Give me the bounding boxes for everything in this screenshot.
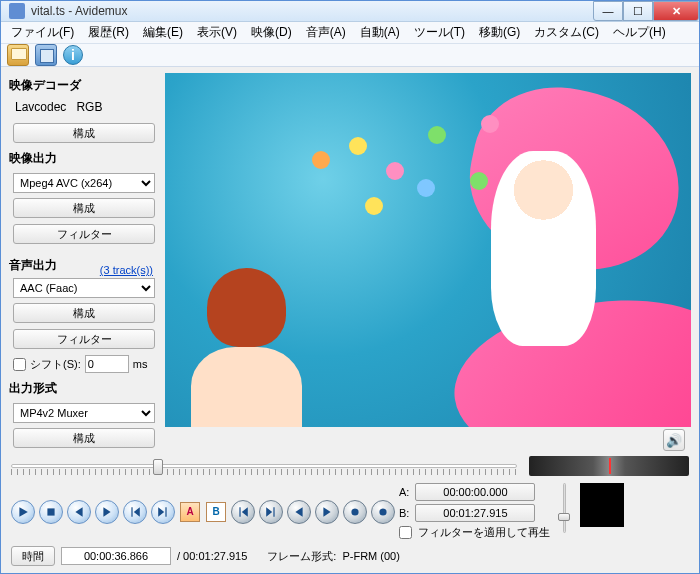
menu-video[interactable]: 映像(D)	[245, 22, 298, 43]
marker-a-label: A:	[399, 486, 409, 498]
menu-view[interactable]: 表示(V)	[191, 22, 243, 43]
audio-tracks-link[interactable]: (3 track(s))	[100, 264, 153, 276]
video-codec-select[interactable]: Mpeg4 AVC (x264)	[13, 173, 155, 193]
goto-end-button[interactable]	[259, 500, 283, 524]
timeline-slider[interactable]	[11, 455, 517, 477]
total-time: / 00:01:27.915	[177, 550, 247, 562]
marker-a-time[interactable]: 00:00:00.000	[415, 483, 535, 501]
time-button[interactable]: 時間	[11, 546, 55, 566]
maximize-button[interactable]: ☐	[623, 1, 653, 21]
decoder-colorspace: RGB	[76, 100, 102, 114]
goto-start-button[interactable]	[231, 500, 255, 524]
titlebar: vital.ts - Avidemux — ☐ ✕	[1, 1, 699, 22]
decoder-configure-button[interactable]: 構成	[13, 123, 155, 143]
audio-configure-button[interactable]: 構成	[13, 303, 155, 323]
frame-type-value: P-FRM (00)	[342, 550, 399, 562]
menu-history[interactable]: 履歴(R)	[82, 22, 135, 43]
decoder-name: Lavcodec	[15, 100, 66, 114]
audio-codec-select[interactable]: AAC (Faac)	[13, 278, 155, 298]
marker-b-label: B:	[399, 507, 409, 519]
nav-strip[interactable]	[529, 456, 689, 476]
bottom-panel: A B A: 00:00:00.000 B: 00:01:27.915	[1, 453, 699, 574]
menubar: ファイル(F) 履歴(R) 編集(E) 表示(V) 映像(D) 音声(A) 自動…	[1, 22, 699, 44]
apply-filter-playback-label: フィルターを適用して再生	[418, 525, 550, 540]
prev-keyframe-button[interactable]	[123, 500, 147, 524]
menu-custom[interactable]: カスタム(C)	[528, 22, 605, 43]
video-decoder-label: 映像デコーダ	[9, 77, 159, 94]
marker-b-time[interactable]: 00:01:27.915	[415, 504, 535, 522]
save-file-button[interactable]	[35, 44, 57, 66]
next-keyframe-button[interactable]	[151, 500, 175, 524]
prev-frame-button[interactable]	[67, 500, 91, 524]
muxer-configure-button[interactable]: 構成	[13, 428, 155, 448]
menu-edit[interactable]: 編集(E)	[137, 22, 189, 43]
audio-meter	[580, 483, 624, 527]
video-configure-button[interactable]: 構成	[13, 198, 155, 218]
prev-black-frame-button[interactable]	[343, 500, 367, 524]
info-button[interactable]: i	[63, 45, 83, 65]
current-time-input[interactable]	[61, 547, 171, 565]
set-marker-b-button[interactable]: B	[206, 502, 226, 522]
app-window: vital.ts - Avidemux — ☐ ✕ ファイル(F) 履歴(R) …	[0, 0, 700, 574]
set-marker-a-button[interactable]: A	[180, 502, 200, 522]
video-preview	[165, 73, 691, 427]
menu-help[interactable]: ヘルプ(H)	[607, 22, 672, 43]
muxer-select[interactable]: MP4v2 Muxer	[13, 403, 155, 423]
goto-marker-b-button[interactable]	[315, 500, 339, 524]
shift-value-input[interactable]	[85, 355, 129, 373]
toolbar: i	[1, 44, 699, 67]
shift-unit: ms	[133, 358, 148, 370]
app-icon	[9, 3, 25, 19]
svg-rect-0	[47, 508, 54, 515]
audio-output-label: 音声出力	[9, 257, 57, 274]
close-button[interactable]: ✕	[653, 1, 699, 21]
menu-go[interactable]: 移動(G)	[473, 22, 526, 43]
next-black-frame-button[interactable]	[371, 500, 395, 524]
menu-tools[interactable]: ツール(T)	[408, 22, 471, 43]
shift-checkbox[interactable]	[13, 358, 26, 371]
video-filter-button[interactable]: フィルター	[13, 224, 155, 244]
stop-button[interactable]	[39, 500, 63, 524]
video-output-label: 映像出力	[9, 150, 159, 167]
side-panel: 映像デコーダ Lavcodec RGB 構成 映像出力 Mpeg4 AVC (x…	[9, 73, 159, 451]
window-title: vital.ts - Avidemux	[31, 4, 593, 18]
shift-label: シフト(S):	[30, 357, 81, 372]
next-frame-button[interactable]	[95, 500, 119, 524]
open-file-button[interactable]	[7, 44, 29, 66]
apply-filter-playback-checkbox[interactable]	[399, 526, 412, 539]
volume-slider[interactable]	[558, 483, 570, 533]
play-button[interactable]	[11, 500, 35, 524]
minimize-button[interactable]: —	[593, 1, 623, 21]
svg-point-1	[351, 508, 358, 515]
menu-auto[interactable]: 自動(A)	[354, 22, 406, 43]
svg-point-2	[379, 508, 386, 515]
menu-file[interactable]: ファイル(F)	[5, 22, 80, 43]
goto-marker-a-button[interactable]	[287, 500, 311, 524]
speaker-button[interactable]: 🔊	[663, 429, 685, 451]
frame-type-label: フレーム形式:	[267, 549, 336, 564]
audio-filter-button[interactable]: フィルター	[13, 329, 155, 349]
timeline-thumb[interactable]	[153, 459, 163, 475]
menu-audio[interactable]: 音声(A)	[300, 22, 352, 43]
output-format-label: 出力形式	[9, 380, 159, 397]
